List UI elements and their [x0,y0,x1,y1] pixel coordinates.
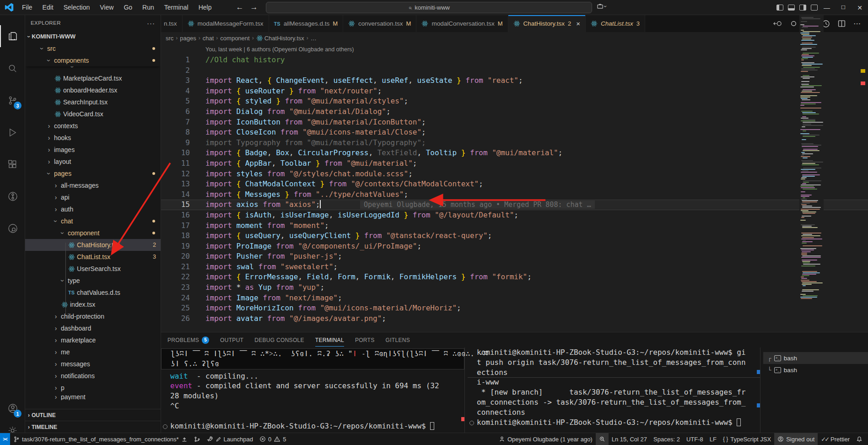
editor-more-actions-icon[interactable]: ⋯ [853,19,861,28]
terminal-right-pane[interactable]: kominiti@kominiti-HP-ZBook-Studio-G3:~/r… [468,347,760,433]
encoding-status-item[interactable]: UTF-8 [683,433,706,445]
gitlens-inspect-activity-icon[interactable] [0,217,25,239]
breadcrumb-item[interactable]: pages [180,35,196,42]
breadcrumb-item[interactable]: ChatHistory.tsx [264,35,304,42]
menu-selection[interactable]: Selection [59,2,94,12]
tree-item-payment[interactable]: ›payment [25,394,161,400]
cursor-position-status-item[interactable]: Ln 15, Col 27 [609,433,650,445]
tree-item-MarketplaceCard.tsx[interactable]: MarketplaceCard.tsx [25,72,161,84]
panel-tab-debug-console[interactable]: DEBUG CONSOLE [254,332,304,347]
tree-item-messages[interactable]: ›messages [25,358,161,370]
tree-item-notifications[interactable]: ›notifications [25,370,161,382]
tree-item-marketplace[interactable]: ›marketplace [25,334,161,346]
split-editor-icon[interactable] [838,20,846,27]
panel-tab-output[interactable]: OUTPUT [220,332,243,347]
close-window-button[interactable]: ✕ [852,0,868,15]
tab-conversation.tsx[interactable]: conversation.tsxM [343,15,416,32]
tree-item-pages[interactable]: ›pages [25,168,161,179]
breadcrumb-item[interactable]: … [311,35,317,42]
panel-tab-gitlens[interactable]: GITLENS [386,332,410,347]
open-changes-icon[interactable] [790,20,798,27]
tree-item-api[interactable]: ›api [25,191,161,203]
timeline-section-header[interactable]: › TIMELINE [25,421,161,433]
menu-run[interactable]: Run [138,2,158,12]
panel-tab-terminal[interactable]: TERMINAL [315,332,344,347]
workspace-root-header[interactable]: › KOMINITI-WWW [25,31,161,43]
panel-tab-ports[interactable]: PORTS [355,332,375,347]
source-control-activity-icon[interactable]: 3 [0,89,25,111]
blame-status-item[interactable]: Opeyemi Olugbade (1 year ago) [496,433,596,445]
menu-go[interactable]: Go [119,2,136,12]
toggle-panel-icon[interactable] [788,5,795,11]
tree-item-type[interactable]: ›type [25,275,161,287]
tree-item-Logo.tsx[interactable]: Logo.tsx [25,66,161,72]
explorer-activity-icon[interactable] [0,25,25,47]
eol-status-item[interactable]: LF [706,433,720,445]
toggle-secondary-sidebar-icon[interactable] [799,5,806,11]
tree-item-child-protection[interactable]: ›child-protection [25,310,161,322]
menu-file[interactable]: File [18,2,37,12]
accounts-activity-icon[interactable]: 1 [0,397,25,419]
terminal-tab-bash[interactable]: └>_bash [763,364,868,376]
commit-graph-status-item[interactable] [191,433,204,445]
menu-edit[interactable]: Edit [38,2,58,12]
tree-item-VideoCard.tsx[interactable]: VideoCard.tsx [25,108,161,120]
tree-item-layout[interactable]: ›layout [25,156,161,168]
tree-item-images[interactable]: ›images [25,144,161,156]
outline-section-header[interactable]: › OUTLINE [25,409,161,421]
tree-item-src[interactable]: ›src [25,43,161,54]
tree-item-auth[interactable]: ›auth [25,203,161,215]
tree-item-all-messages[interactable]: ›all-messages [25,179,161,191]
close-tab-icon[interactable]: × [576,20,580,27]
launchpad-status-item[interactable]: Launchpad [204,433,256,445]
tab-modalMessageForm.tsx[interactable]: modalMessageForm.tsx [183,15,269,32]
tree-item-SearchInput.tsx[interactable]: SearchInput.tsx [25,96,161,108]
gitlens-authors-codelens[interactable]: You, last week | 6 authors (Opeyemi Olug… [161,44,868,55]
signed-out-status-item[interactable]: Signed out [774,433,818,445]
tree-item-index.tsx[interactable]: index.tsx [25,298,161,310]
toggle-sidebar-icon[interactable] [776,5,783,11]
tree-item-ChatList.tsx[interactable]: ChatList.tsx3 [25,251,161,263]
menu-terminal[interactable]: Terminal [160,2,193,12]
tab-ChatList.tsx[interactable]: ChatList.tsx3 [586,15,645,32]
tree-item-UserSearch.tsx[interactable]: UserSearch.tsx [25,263,161,275]
search-activity-icon[interactable] [0,57,25,79]
maximize-button[interactable]: ☐ [835,0,852,15]
customize-layout-icon[interactable] [811,5,818,11]
minimap[interactable] [799,15,824,303]
tree-item-chatValues.d.ts[interactable]: TSchatValues.d.ts [25,287,161,298]
breadcrumb-item[interactable]: src [166,35,173,42]
indentation-status-item[interactable]: Spaces: 2 [650,433,683,445]
toolbox-button[interactable]: › [597,3,606,10]
terminal-tab-bash[interactable]: ┌>_bash [763,352,868,364]
breadcrumb-item[interactable]: chat [203,35,214,42]
explorer-more-actions-icon[interactable]: ··· [147,19,155,27]
language-status-item[interactable]: { } TypeScript JSX [720,433,774,445]
tab-modalConversation.tsx[interactable]: modalConversation.tsxM [416,15,508,32]
tree-item-component[interactable]: ›component [25,227,161,239]
tree-item-chat[interactable]: ›chat [25,215,161,227]
tree-item-ChatHistory.tsx[interactable]: ChatHistory.tsx2 [25,239,161,251]
prev-change-icon[interactable] [773,20,782,27]
terminal-left-pane[interactable]: ɭʖʭǀ ⎺ ʭ ǀɭʖʭǀ ⎺ ʭ ∴*˃∴. ʖʕɞǀ. ʭ.ʡ ʖ∴ "ǀ… [161,347,465,433]
menu-view[interactable]: View [96,2,118,12]
problems-status-item[interactable]: 0 5 [256,433,289,445]
tree-item-components[interactable]: ›components [25,54,161,66]
breadcrumb[interactable]: src›pages›chat›component›ChatHistory.tsx… [161,32,868,44]
gitlens-activity-icon[interactable] [0,185,25,207]
minimize-button[interactable]: — [819,0,835,15]
tab-n.tsx[interactable]: n.tsx [161,15,183,32]
menu-help[interactable]: Help [194,2,216,12]
tree-item-p[interactable]: ›p [25,382,161,394]
tree-item-hooks[interactable]: ›hooks [25,132,161,144]
remote-indicator[interactable]: >< [0,433,10,445]
code-editor[interactable]: You, last week | 6 authors (Opeyemi Olug… [161,44,868,332]
tree-item-dashboard[interactable]: ›dashboard [25,322,161,334]
command-center-search[interactable]: ⌕ kominiti-www [266,2,592,13]
breadcrumb-item[interactable]: component [220,35,249,42]
back-arrow[interactable]: ← [236,3,243,12]
panel-tab-problems[interactable]: PROBLEMS5 [167,332,209,347]
tab-allMessages.d.ts[interactable]: TSallMessages.d.tsM [269,15,343,32]
tree-item-me[interactable]: ›me [25,346,161,358]
run-debug-activity-icon[interactable] [0,121,25,143]
